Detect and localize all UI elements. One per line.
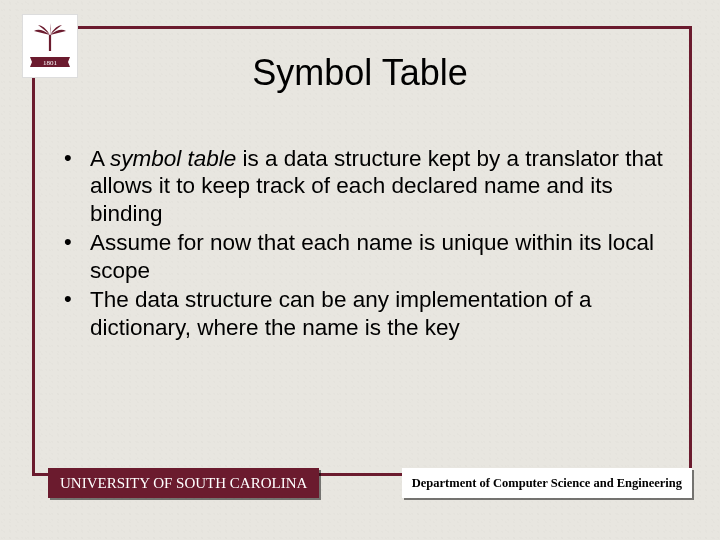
slide-title: Symbol Table bbox=[0, 52, 720, 94]
footer-department: Department of Computer Science and Engin… bbox=[402, 468, 692, 498]
list-item: Assume for now that each name is unique … bbox=[60, 229, 670, 284]
list-item: A symbol table is a data structure kept … bbox=[60, 145, 670, 227]
bullet-text: The data structure can be any implementa… bbox=[90, 287, 592, 339]
bullet-text-pre: A bbox=[90, 146, 110, 171]
bullet-emphasis: symbol table bbox=[110, 146, 236, 171]
footer-university: UNIVERSITY OF SOUTH CAROLINA bbox=[48, 468, 319, 498]
bullet-text: Assume for now that each name is unique … bbox=[90, 230, 654, 282]
list-item: The data structure can be any implementa… bbox=[60, 286, 670, 341]
bullet-list: A symbol table is a data structure kept … bbox=[60, 145, 670, 343]
palmetto-tree-icon bbox=[30, 23, 70, 53]
